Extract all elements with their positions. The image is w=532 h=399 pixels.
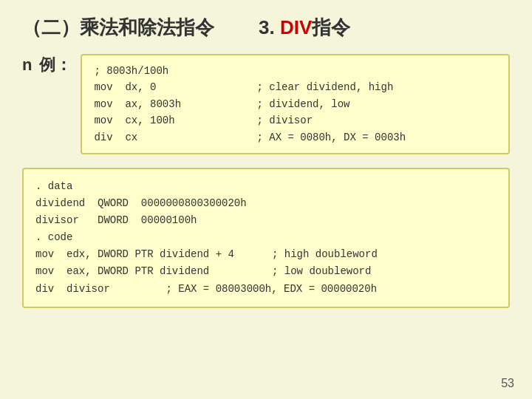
- slide-container: （二）乘法和除法指令 3. DIV指令 n 例： ; 8003h/100h mo…: [0, 0, 532, 399]
- code-right-2: ; dividend, low: [256, 96, 349, 112]
- code-right-1: ; clear dividend, high: [256, 79, 393, 95]
- code-bottom-line-4: mov edx, DWORD PTR dividend + 4 ; high d…: [35, 246, 497, 263]
- code-bottom-left-4: mov edx, DWORD PTR dividend + 4: [35, 246, 272, 263]
- code-left-1: mov dx, 0: [94, 79, 256, 95]
- title-right: 3. DIV指令: [259, 15, 350, 41]
- code-line-3: mov cx, 100h ; divisor: [94, 112, 497, 129]
- code-bottom-left-0: . data: [35, 178, 72, 195]
- title-left: （二）乘法和除法指令: [22, 15, 214, 41]
- code-bottom-line-1: dividend QWORD 0000000800300020h: [35, 195, 497, 212]
- code-bottom-line-3: . code: [35, 229, 497, 246]
- header-row: （二）乘法和除法指令 3. DIV指令: [22, 15, 510, 41]
- page-number: 53: [501, 377, 514, 390]
- code-bottom-line-6: div divisor ; EAX = 08003000h, EDX = 000…: [35, 281, 497, 298]
- code-line-4: div cx ; AX = 0080h, DX = 0003h: [94, 129, 497, 146]
- example-label: 例：: [39, 54, 72, 76]
- code-bottom-line-2: divisor DWORD 00000100h: [35, 212, 497, 229]
- code-left-2: mov ax, 8003h: [94, 96, 256, 112]
- code-line-0: ; 8003h/100h: [94, 63, 497, 79]
- code-bottom-left-2: divisor DWORD 00000100h: [35, 212, 197, 229]
- code-left-3: mov cx, 100h: [94, 112, 256, 129]
- title-right-suffix: 指令: [312, 16, 350, 38]
- code-bottom-line-5: mov eax, DWORD PTR dividend ; low double…: [35, 263, 497, 280]
- example-row: n 例： ; 8003h/100h mov dx, 0 ; clear divi…: [22, 54, 510, 154]
- code-box-bottom: . data dividend QWORD 0000000800300020h …: [22, 168, 510, 308]
- code-box-top: ; 8003h/100h mov dx, 0 ; clear dividend,…: [81, 54, 510, 154]
- code-bottom-right-5: ; low doubleword: [272, 263, 371, 280]
- code-line-2: mov ax, 8003h ; dividend, low: [94, 96, 497, 112]
- code-right-3: ; divisor: [256, 112, 313, 129]
- title-right-prefix: 3.: [259, 16, 280, 38]
- code-bottom-left-6: div divisor ; EAX = 08003000h, EDX = 000…: [35, 281, 377, 298]
- div-text: DIV: [280, 16, 312, 38]
- code-right-4: ; AX = 0080h, DX = 0003h: [256, 129, 406, 146]
- code-bottom-line-0: . data: [35, 178, 497, 195]
- code-left-0: ; 8003h/100h: [94, 63, 256, 79]
- code-bottom-right-4: ; high doubleword: [272, 246, 378, 263]
- bullet-label: n: [22, 55, 32, 75]
- code-bottom-left-1: dividend QWORD 0000000800300020h: [35, 195, 247, 212]
- code-line-1: mov dx, 0 ; clear dividend, high: [94, 79, 497, 95]
- code-bottom-left-3: . code: [35, 229, 72, 246]
- code-left-4: div cx: [94, 129, 256, 146]
- code-bottom-left-5: mov eax, DWORD PTR dividend: [35, 263, 272, 280]
